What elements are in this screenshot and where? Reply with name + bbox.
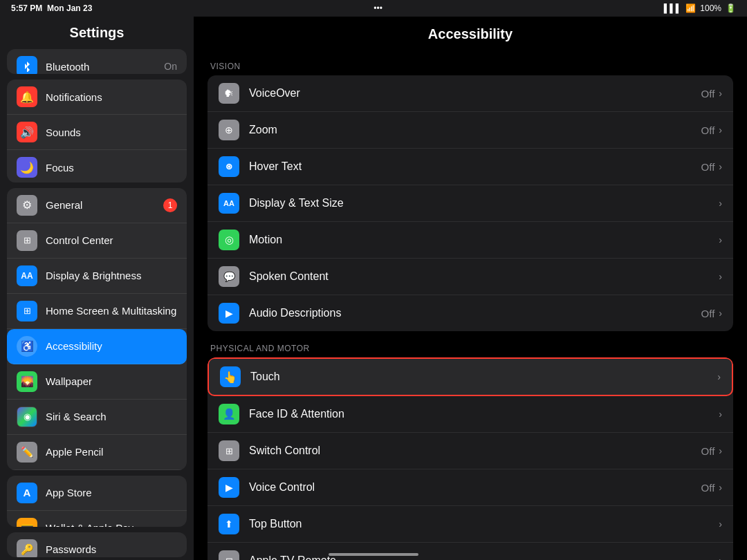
hovertext-icon: ⊛	[219, 156, 239, 177]
motion-chevron: ›	[719, 234, 722, 245]
physical-group: 👆 Touch › 👤 Face ID & Attention › ⊞ Swit…	[208, 357, 733, 560]
zoom-label: Zoom	[249, 124, 701, 136]
switchcontrol-icon: ⊞	[219, 440, 239, 461]
controlcenter-icon: ⊞	[17, 230, 37, 251]
voicecontrol-icon: ▶	[219, 477, 239, 498]
settings-row-appletvremote[interactable]: ⊟ Apple TV Remote ›	[208, 543, 733, 560]
appletvremote-icon: ⊟	[219, 550, 239, 560]
settings-row-voicecontrol[interactable]: ▶ Voice Control Off ›	[208, 469, 733, 506]
topbutton-chevron: ›	[719, 519, 722, 530]
spokencontent-icon: 💬	[219, 266, 239, 287]
switchcontrol-value: Off	[701, 445, 715, 457]
voiceover-value: Off	[701, 88, 715, 100]
touch-label: Touch	[250, 371, 717, 383]
physical-header: PHYSICAL AND MOTOR	[208, 333, 733, 357]
settings-row-audiodesc[interactable]: ▶ Audio Descriptions Off ›	[208, 295, 733, 331]
siri-icon: ◉	[17, 407, 37, 427]
sidebar-item-applepencil[interactable]: ✏️ Apple Pencil	[7, 435, 187, 470]
sidebar: Settings Bluetooth On 🔔 Notifications 🔊 …	[0, 17, 194, 560]
settings-row-switchcontrol[interactable]: ⊞ Switch Control Off ›	[208, 433, 733, 469]
wallpaper-icon: 🌄	[17, 371, 37, 392]
status-indicators: ▌▌▌ 📶 100% 🔋	[664, 3, 736, 13]
switchcontrol-label: Switch Control	[249, 445, 701, 457]
notifications-icon: 🔔	[17, 86, 37, 107]
motion-icon: ◎	[219, 230, 239, 250]
sidebar-section-notifications: 🔔 Notifications 🔊 Sounds 🌙 Focus ⏱ Scree…	[7, 80, 187, 182]
status-dots: •••	[374, 3, 382, 13]
battery-icon: 🔋	[726, 3, 736, 13]
zoom-chevron: ›	[719, 124, 722, 136]
sidebar-item-appstore[interactable]: A App Store	[7, 476, 187, 511]
topbutton-label: Top Button	[249, 518, 719, 530]
settings-row-touch[interactable]: 👆 Touch ›	[208, 357, 733, 396]
panel-title: Accessibility	[208, 17, 733, 50]
voiceover-icon: 🗣	[219, 83, 239, 104]
touch-icon: 👆	[220, 366, 241, 387]
passwords-icon: 🔑	[17, 539, 37, 557]
touch-chevron: ›	[717, 371, 721, 382]
wallet-label: Wallet & Apple Pay	[46, 522, 177, 526]
sidebar-item-focus[interactable]: 🌙 Focus	[7, 150, 187, 182]
settings-row-hovertext[interactable]: ⊛ Hover Text Off ›	[208, 149, 733, 185]
hovertext-value: Off	[701, 161, 715, 173]
appletvremote-chevron: ›	[719, 555, 722, 560]
voicecontrol-chevron: ›	[719, 482, 722, 493]
sidebar-item-homescreen[interactable]: ⊞ Home Screen & Multitasking	[7, 294, 187, 329]
displaybrightness-icon: AA	[17, 265, 37, 286]
vision-group: 🗣 VoiceOver Off › ⊕ Zoom Off › ⊛ Hover T…	[208, 75, 733, 331]
applepencil-label: Apple Pencil	[46, 446, 177, 458]
sidebar-item-accessibility[interactable]: ♿ Accessibility	[7, 329, 187, 364]
accessibility-icon: ♿	[17, 336, 37, 357]
settings-row-faceid-attention[interactable]: 👤 Face ID & Attention ›	[208, 396, 733, 433]
sidebar-item-wallet[interactable]: 💳 Wallet & Apple Pay	[7, 511, 187, 527]
settings-row-topbutton[interactable]: ⬆ Top Button ›	[208, 506, 733, 543]
settings-row-voiceover[interactable]: 🗣 VoiceOver Off ›	[208, 75, 733, 112]
siri-label: Siri & Search	[46, 411, 177, 422]
sidebar-item-notifications[interactable]: 🔔 Notifications	[7, 80, 187, 115]
sidebar-title: Settings	[0, 17, 194, 46]
sidebar-section-general: ⚙ General 1 ⊞ Control Center AA Display …	[7, 188, 187, 470]
status-time: 5:57 PM Mon Jan 23	[11, 3, 92, 13]
sidebar-item-passwords[interactable]: 🔑 Passwords	[7, 532, 187, 557]
settings-row-zoom[interactable]: ⊕ Zoom Off ›	[208, 112, 733, 149]
wallpaper-label: Wallpaper	[46, 375, 177, 387]
bluetooth-icon	[17, 56, 37, 74]
wifi-icon: 📶	[685, 3, 696, 13]
sidebar-item-wallpaper[interactable]: 🌄 Wallpaper	[7, 364, 187, 400]
audiodesc-chevron: ›	[719, 308, 722, 319]
displaytext-label: Display & Text Size	[249, 197, 719, 209]
sounds-label: Sounds	[46, 127, 177, 138]
hovertext-chevron: ›	[719, 161, 722, 172]
sidebar-item-displaybrightness[interactable]: AA Display & Brightness	[7, 259, 187, 294]
home-indicator	[329, 553, 418, 556]
focus-icon: 🌙	[17, 157, 37, 178]
vision-header: VISION	[208, 50, 733, 75]
audiodesc-label: Audio Descriptions	[249, 307, 701, 319]
sidebar-section-passwords: 🔑 Passwords	[7, 532, 187, 557]
sidebar-item-siri[interactable]: ◉ Siri & Search	[7, 400, 187, 435]
main-content: Settings Bluetooth On 🔔 Notifications 🔊 …	[0, 17, 747, 560]
voiceover-label: VoiceOver	[249, 87, 701, 100]
appstore-label: App Store	[46, 487, 177, 498]
cellular-icon: ▌▌▌	[664, 3, 682, 13]
sidebar-item-general[interactable]: ⚙ General 1	[7, 188, 187, 223]
voiceover-chevron: ›	[719, 88, 722, 99]
applepencil-icon: ✏️	[17, 442, 37, 463]
controlcenter-label: Control Center	[46, 234, 177, 246]
settings-row-displaytext[interactable]: AA Display & Text Size ›	[208, 185, 733, 222]
sidebar-section-bluetooth: Bluetooth On	[7, 49, 187, 74]
homescreen-icon: ⊞	[17, 301, 37, 321]
general-badge: 1	[163, 198, 177, 212]
appletvremote-label: Apple TV Remote	[249, 554, 719, 560]
sidebar-item-bluetooth[interactable]: Bluetooth On	[7, 49, 187, 74]
general-label: General	[46, 199, 163, 211]
sidebar-item-sounds[interactable]: 🔊 Sounds	[7, 115, 187, 150]
faceid-attention-icon: 👤	[219, 404, 239, 424]
status-bar: 5:57 PM Mon Jan 23 ••• ▌▌▌ 📶 100% 🔋	[0, 0, 747, 17]
settings-row-motion[interactable]: ◎ Motion ›	[208, 222, 733, 259]
zoom-value: Off	[701, 124, 715, 136]
sidebar-item-controlcenter[interactable]: ⊞ Control Center	[7, 223, 187, 259]
settings-row-spokencontent[interactable]: 💬 Spoken Content ›	[208, 259, 733, 295]
topbutton-icon: ⬆	[219, 514, 239, 534]
bluetooth-value: On	[164, 61, 177, 72]
